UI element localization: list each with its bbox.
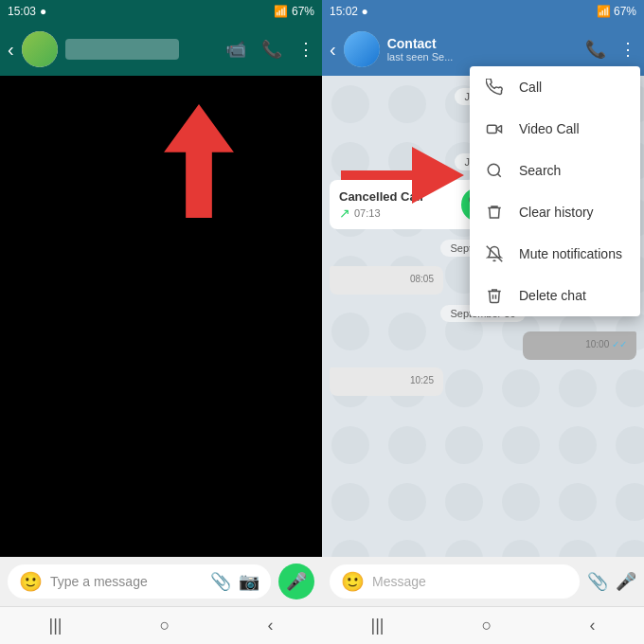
call-time: 07:13 (354, 207, 381, 219)
dropdown-call-label: Call (519, 80, 542, 95)
left-contact-name-bar (65, 39, 179, 60)
left-nav-home[interactable]: ○ (160, 616, 170, 635)
dropdown-delete-label: Delete chat (519, 288, 586, 303)
left-status-left: 15:03 ● (8, 5, 46, 18)
delete-icon (485, 286, 504, 305)
call-icon (485, 78, 504, 97)
left-status-bar: 15:03 ● 📶 67% (0, 0, 322, 23)
left-status-right: 📶 67% (274, 5, 314, 18)
right-last-seen: last seen Se... (387, 51, 578, 63)
right-status-dot: ● (361, 5, 367, 18)
dropdown-clear-history[interactable]: Clear history (470, 191, 640, 233)
left-back-button[interactable]: ‹ (8, 39, 14, 61)
left-nav-menu[interactable]: ||| (49, 616, 63, 635)
msg-bubble-sent3: 10:00 ✓✓ (523, 331, 636, 360)
dropdown-search-label: Search (519, 163, 561, 178)
right-message-bar: 🙂 Message 📎 🎤 (322, 557, 644, 606)
dropdown-search[interactable]: Search (470, 150, 640, 191)
right-status-bar: 15:02 ● 📶 67% (322, 0, 644, 23)
left-signal-icon: 📶 (274, 5, 288, 18)
dropdown-mute-label: Mute notifications (519, 246, 622, 261)
msg-time4: 10:25 (339, 375, 434, 385)
dropdown-video-call[interactable]: Video Call (470, 108, 640, 150)
right-time: 15:02 (330, 5, 358, 18)
svg-line-3 (497, 173, 500, 176)
right-status-right: 📶 67% (597, 5, 636, 18)
right-emoji-icon[interactable]: 🙂 (341, 570, 365, 593)
right-more-icon[interactable]: ⋮ (619, 39, 636, 60)
left-mic-button[interactable]: 🎤 (278, 564, 314, 599)
left-nav-back[interactable]: ‹ (267, 616, 273, 635)
video-call-icon (485, 119, 504, 138)
right-call-icon[interactable]: 📞 (585, 39, 606, 60)
left-panel: 15:03 ● 📶 67% ‹ 📹 📞 ⋮ 🙂 (0, 0, 322, 644)
left-status-dot: ● (40, 5, 46, 18)
left-camera-icon[interactable]: 📷 (239, 571, 259, 592)
left-more-icon[interactable]: ⋮ (297, 39, 314, 60)
left-video-call-icon[interactable]: 📹 (225, 39, 246, 60)
mute-icon (485, 244, 504, 263)
right-status-left: 15:02 ● (330, 5, 368, 18)
msg-time2: 08:05 (339, 274, 434, 284)
left-input-container[interactable]: 🙂 Type a message 📎 📷 (8, 564, 271, 599)
left-emoji-icon[interactable]: 🙂 (19, 570, 43, 593)
dropdown-delete[interactable]: Delete chat (470, 275, 640, 316)
right-attach-icon[interactable]: 📎 (587, 571, 608, 592)
left-header: ‹ 📹 📞 ⋮ (0, 23, 322, 76)
left-avatar[interactable] (22, 31, 58, 67)
svg-marker-0 (164, 104, 234, 218)
right-contact-name: Contact (387, 36, 578, 51)
msg-row-sent3: 10:00 ✓✓ (330, 331, 636, 360)
right-input-container[interactable]: 🙂 Message (330, 564, 580, 599)
dropdown-menu: Call Video Call Search (470, 66, 640, 316)
right-signal-icon: 📶 (597, 5, 611, 18)
dropdown-call[interactable]: Call (470, 66, 640, 108)
dropdown-video-call-label: Video Call (519, 121, 580, 136)
left-header-icons: 📹 📞 ⋮ (225, 39, 314, 60)
msg-bubble-received4: 10:25 (330, 367, 443, 396)
left-chat-area (0, 76, 322, 557)
left-message-placeholder: Type a message (50, 574, 203, 589)
msg-row-received4: 10:25 (330, 367, 636, 396)
svg-line-4 (487, 246, 503, 262)
right-panel: 15:02 ● 📶 67% ‹ Contact last seen Se... … (322, 0, 644, 644)
search-icon (485, 161, 504, 180)
dropdown-mute[interactable]: Mute notifications (470, 233, 640, 275)
left-call-icon[interactable]: 📞 (261, 39, 282, 60)
right-nav-menu[interactable]: ||| (371, 616, 385, 635)
svg-marker-5 (341, 147, 464, 204)
msg-time3: 10:00 ✓✓ (532, 339, 627, 349)
right-nav-bar: ||| ○ ‹ (322, 606, 644, 644)
left-time: 15:03 (8, 5, 36, 18)
left-nav-bar: ||| ○ ‹ (0, 606, 322, 644)
clear-history-icon (485, 203, 504, 222)
right-header-info: Contact last seen Se... (387, 36, 578, 63)
svg-point-2 (488, 164, 499, 175)
right-nav-back[interactable]: ‹ (589, 616, 595, 635)
right-battery: 67% (614, 5, 636, 18)
svg-rect-1 (488, 125, 497, 133)
right-mic-icon[interactable]: 🎤 (616, 571, 636, 592)
msg-bubble-received2: 08:05 (330, 266, 443, 295)
right-avatar[interactable] (344, 31, 380, 67)
right-nav-home[interactable]: ○ (482, 616, 492, 635)
right-header-icons: 📞 ⋮ (585, 39, 636, 60)
right-back-button[interactable]: ‹ (330, 39, 336, 61)
left-battery: 67% (292, 5, 314, 18)
left-attach-icon[interactable]: 📎 (210, 571, 231, 592)
left-message-bar: 🙂 Type a message 📎 📷 🎤 (0, 557, 322, 606)
red-arrow-right (341, 147, 464, 207)
right-message-placeholder: Message (372, 574, 568, 589)
dropdown-clear-history-label: Clear history (519, 205, 594, 220)
